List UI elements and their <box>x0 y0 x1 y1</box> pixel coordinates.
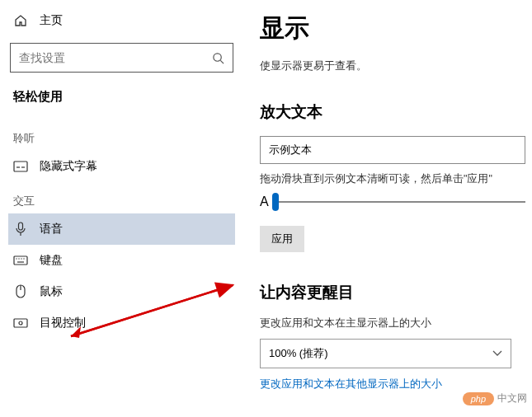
sidebar-item-label: 语音 <box>40 222 63 237</box>
other-displays-link[interactable]: 更改应用和文本在其他显示器上的大小 <box>260 377 525 391</box>
scale-dropdown[interactable]: 100% (推荐) <box>260 339 511 368</box>
section-listen-label: 聆听 <box>8 119 235 151</box>
home-button[interactable]: 主页 <box>8 7 235 35</box>
scale-label: 更改应用和文本在主显示器上的大小 <box>260 316 525 330</box>
slider-thumb[interactable] <box>272 193 279 211</box>
prominent-heading: 让内容更醒目 <box>260 282 525 303</box>
sidebar-item-label: 目视控制 <box>40 316 86 330</box>
eye-icon <box>13 317 28 329</box>
home-icon <box>13 14 28 27</box>
chevron-down-icon <box>492 350 502 357</box>
search-input[interactable] <box>19 51 212 64</box>
svg-rect-5 <box>19 223 23 230</box>
sidebar-item-keyboard[interactable]: 键盘 <box>8 245 235 276</box>
page-title: 显示 <box>260 12 525 45</box>
sample-text-box: 示例文本 <box>260 136 525 164</box>
sidebar-item-speech[interactable]: 语音 <box>8 213 235 245</box>
sidebar-item-label: 鼠标 <box>40 284 63 299</box>
apply-button[interactable]: 应用 <box>260 226 304 252</box>
small-a-label: A <box>260 194 269 209</box>
microphone-icon <box>13 222 28 237</box>
sidebar-item-label: 隐藏式字幕 <box>40 159 97 174</box>
watermark: php 中文网 <box>463 391 527 405</box>
sidebar-item-captions[interactable]: 隐藏式字幕 <box>8 151 235 182</box>
slider-track[interactable] <box>275 201 525 203</box>
svg-rect-7 <box>14 256 27 265</box>
svg-point-11 <box>21 258 21 259</box>
watermark-badge: php <box>463 392 494 405</box>
svg-point-10 <box>18 258 19 259</box>
home-label: 主页 <box>40 13 63 28</box>
section-interact-label: 交互 <box>8 182 235 213</box>
text-size-slider[interactable]: A <box>260 194 525 209</box>
svg-point-12 <box>23 258 24 259</box>
svg-point-16 <box>19 321 22 325</box>
scale-value: 100% (推荐) <box>269 346 328 361</box>
slider-hint: 拖动滑块直到示例文本清晰可读，然后单击"应用" <box>260 172 525 186</box>
svg-rect-2 <box>14 162 27 171</box>
svg-point-9 <box>16 258 16 259</box>
sidebar-item-eyecontrol[interactable]: 目视控制 <box>8 307 235 339</box>
svg-line-1 <box>220 60 224 63</box>
watermark-text: 中文网 <box>497 391 527 405</box>
keyboard-icon <box>13 255 28 265</box>
main-content: 显示 使显示器更易于查看。 放大文本 示例文本 拖动滑块直到示例文本清晰可读，然… <box>243 0 532 417</box>
mouse-icon <box>13 284 28 299</box>
search-box[interactable] <box>10 43 233 73</box>
sidebar-title: 轻松使用 <box>8 84 235 119</box>
enlarge-heading: 放大文本 <box>260 101 525 123</box>
sidebar-item-label: 键盘 <box>40 253 63 268</box>
sidebar-item-mouse[interactable]: 鼠标 <box>8 276 235 307</box>
svg-point-0 <box>214 53 221 60</box>
sidebar: 主页 轻松使用 聆听 隐藏式字幕 交互 语音 键盘 鼠标 <box>0 0 243 417</box>
search-icon <box>212 52 224 64</box>
page-desc: 使显示器更易于查看。 <box>260 59 525 73</box>
svg-rect-15 <box>14 319 27 327</box>
captions-icon <box>13 161 28 172</box>
